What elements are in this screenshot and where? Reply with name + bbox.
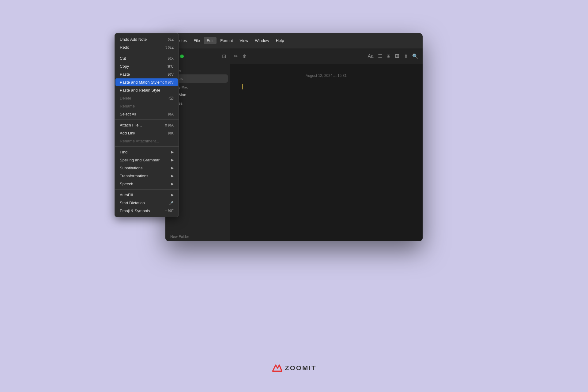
text-cursor [242, 84, 243, 89]
menu-item-start-dictation-label: Start Dictation... [120, 201, 148, 205]
delete-note-icon[interactable]: 🗑 [242, 54, 247, 59]
menu-item-cut[interactable]: Cut ⌘X [115, 55, 178, 62]
menu-item-attach-file-label: Attach File... [120, 123, 142, 127]
menu-item-rename-attachment-label: Rename Attachment... [120, 139, 159, 143]
svg-marker-0 [273, 365, 282, 371]
menu-item-delete[interactable]: Delete ⌫ [115, 94, 178, 102]
menu-item-autofill-arrow: ▶ [171, 193, 174, 197]
editor-date: August 12, 2024 at 15:31 [242, 74, 410, 78]
menu-item-rename-attachment[interactable]: Rename Attachment... [115, 137, 178, 145]
menu-item-paste-label: Paste [120, 72, 130, 77]
menu-item-find-arrow: ▶ [171, 150, 174, 154]
font-icon[interactable]: Aa [368, 54, 374, 59]
menu-item-emoji[interactable]: Emoji & Symbols ⌃⌘E [115, 207, 178, 215]
menu-item-speech-label: Speech [120, 182, 133, 186]
zoomit-footer: ZOOMIT [271, 363, 317, 374]
menu-item-add-link[interactable]: Add Link ⌘K [115, 129, 178, 137]
menu-item-autofill[interactable]: AutoFill ▶ [115, 191, 178, 199]
compose-icon[interactable]: ✏ [234, 53, 238, 59]
menu-item-transformations[interactable]: Transformations ▶ [115, 172, 178, 180]
menu-window[interactable]: Window [252, 37, 272, 44]
menu-item-delete-label: Delete [120, 96, 131, 100]
menu-item-paste-match-shortcut: ⌥⇧⌘V [160, 80, 174, 85]
menu-item-paste-shortcut: ⌘V [168, 72, 174, 77]
menu-bar: Notes File Edit Format View Window Help [165, 33, 423, 48]
edit-dropdown-menu: Undo Add Note ⌘Z Redo ⇧⌘Z Cut ⌘X Copy ⌘C… [115, 33, 179, 217]
menu-item-select-all-shortcut: ⌘A [168, 112, 174, 116]
menu-view[interactable]: View [237, 37, 251, 44]
menu-section-undoredo: Undo Add Note ⌘Z Redo ⇧⌘Z [115, 35, 179, 52]
zoomit-logo-text: ZOOMIT [285, 364, 317, 372]
menu-item-emoji-shortcut: ⌃⌘E [164, 209, 174, 213]
menu-item-emoji-label: Emoji & Symbols [120, 209, 150, 213]
menu-item-redo-label: Redo [120, 45, 129, 50]
menu-item-transformations-arrow: ▶ [171, 174, 174, 178]
menu-item-undo-label: Undo Add Note [120, 37, 147, 42]
media-icon[interactable]: 🖼 [395, 54, 400, 59]
menu-item-redo-shortcut: ⇧⌘Z [165, 45, 174, 50]
menu-section-tools: Find ▶ Spelling and Grammar ▶ Substituti… [115, 146, 179, 189]
menu-section-attach: Attach File... ⇧⌘A Add Link ⌘K Rename At… [115, 119, 179, 146]
menu-item-add-link-label: Add Link [120, 131, 135, 135]
menu-item-rename-label: Rename [120, 104, 135, 108]
menu-item-select-all-label: Select All [120, 112, 136, 116]
menu-item-start-dictation[interactable]: Start Dictation... 🎤 [115, 199, 178, 207]
menu-item-paste-retain[interactable]: Paste and Retain Style [115, 86, 178, 94]
menu-file[interactable]: File [190, 37, 203, 44]
checklist-icon[interactable]: ☰ [378, 53, 382, 59]
editor-cursor-area[interactable] [242, 84, 410, 91]
menu-item-substitutions-label: Substitutions [120, 166, 142, 170]
menu-format[interactable]: Format [217, 37, 236, 44]
menu-item-paste[interactable]: Paste ⌘V [115, 70, 178, 78]
table-icon[interactable]: ⊞ [386, 53, 390, 59]
menu-item-copy-label: Copy [120, 64, 129, 69]
menu-help[interactable]: Help [273, 37, 287, 44]
menu-item-spelling[interactable]: Spelling and Grammar ▶ [115, 156, 178, 164]
menu-section-clipboard: Cut ⌘X Copy ⌘C Paste ⌘V Paste and Match … [115, 53, 179, 119]
menu-item-select-all[interactable]: Select All ⌘A [115, 110, 178, 118]
menu-item-paste-retain-label: Paste and Retain Style [120, 88, 160, 92]
traffic-light-green[interactable] [180, 55, 184, 58]
share-icon[interactable]: ⬆ [404, 53, 408, 59]
menu-item-substitutions[interactable]: Substitutions ▶ [115, 164, 178, 172]
search-icon[interactable]: 🔍 [412, 53, 418, 59]
sidebar-layout-icon[interactable]: ⊡ [222, 53, 226, 59]
main-content: ✏ 🗑 Aa ☰ ⊞ 🖼 ⬆ 🔍 August 12, 2024 at 15:3… [230, 48, 423, 241]
menu-item-paste-match-label: Paste and Match Style [120, 80, 160, 85]
menu-item-copy[interactable]: Copy ⌘C [115, 62, 178, 70]
mac-window: Notes File Edit Format View Window Help … [165, 33, 423, 241]
menu-item-attach-file-shortcut: ⇧⌘A [164, 123, 174, 127]
menu-item-find[interactable]: Find ▶ [115, 148, 178, 156]
window-body: ⊡ iCloud Notes On My Mac My Mac Notes Ne… [165, 48, 423, 241]
menu-item-find-label: Find [120, 150, 127, 154]
menu-item-undo[interactable]: Undo Add Note ⌘Z [115, 36, 178, 43]
menu-item-transformations-label: Transformations [120, 174, 148, 178]
zoomit-logo: ZOOMIT [271, 363, 317, 374]
menu-item-add-link-shortcut: ⌘K [168, 131, 174, 135]
menu-item-attach-file[interactable]: Attach File... ⇧⌘A [115, 121, 178, 129]
desktop: Notes File Edit Format View Window Help … [0, 0, 588, 392]
menu-item-cut-label: Cut [120, 56, 126, 61]
sidebar-new-folder[interactable]: New Folder [165, 232, 230, 241]
editor-body[interactable]: August 12, 2024 at 15:31 [230, 64, 423, 241]
menu-item-delete-shortcut: ⌫ [168, 96, 174, 100]
menu-item-start-dictation-shortcut: 🎤 [169, 201, 174, 205]
menu-item-rename[interactable]: Rename [115, 102, 178, 110]
menu-item-undo-shortcut: ⌘Z [168, 37, 174, 42]
editor-toolbar: ✏ 🗑 Aa ☰ ⊞ 🖼 ⬆ 🔍 [230, 48, 423, 64]
menu-item-substitutions-arrow: ▶ [171, 166, 174, 170]
menu-section-misc: AutoFill ▶ Start Dictation... 🎤 Emoji & … [115, 189, 179, 216]
menu-item-copy-shortcut: ⌘C [167, 64, 174, 69]
zoomit-logo-icon [271, 363, 282, 374]
menu-item-speech[interactable]: Speech ▶ [115, 180, 178, 188]
menu-item-autofill-label: AutoFill [120, 193, 133, 197]
menu-item-speech-arrow: ▶ [171, 182, 174, 186]
menu-item-spelling-arrow: ▶ [171, 158, 174, 162]
menu-item-cut-shortcut: ⌘X [168, 56, 174, 61]
menu-item-paste-match[interactable]: Paste and Match Style ⌥⇧⌘V [115, 78, 178, 86]
menu-edit[interactable]: Edit [204, 37, 217, 44]
menu-item-redo[interactable]: Redo ⇧⌘Z [115, 43, 178, 51]
menu-item-spelling-label: Spelling and Grammar [120, 158, 160, 162]
